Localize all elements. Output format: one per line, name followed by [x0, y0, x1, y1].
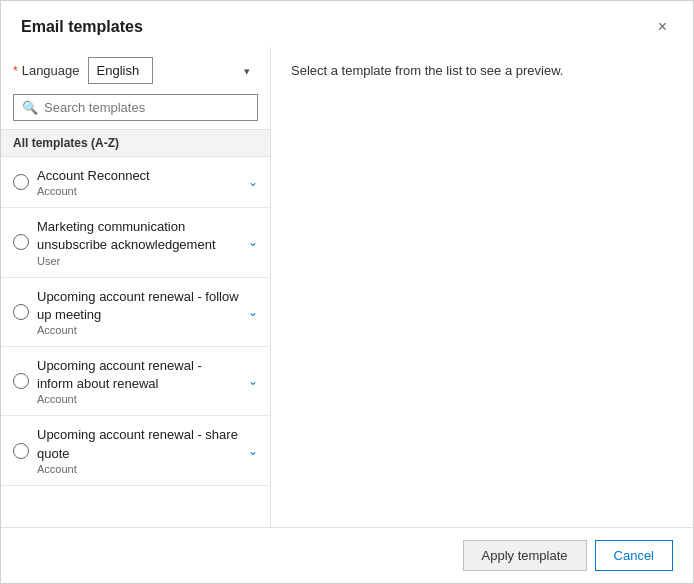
search-input[interactable] — [44, 100, 249, 115]
template-name-4: Upcoming account renewal - share quote — [37, 426, 240, 462]
chevron-icon-1[interactable]: ⌄ — [248, 235, 258, 249]
cancel-button[interactable]: Cancel — [595, 540, 673, 571]
required-star: * — [13, 64, 18, 78]
dialog-body: *Language English French German Spanish … — [1, 47, 693, 527]
template-radio-0[interactable] — [13, 174, 29, 190]
template-info-0: Account Reconnect Account — [37, 167, 240, 197]
list-item[interactable]: Marketing communication unsubscribe ackn… — [1, 208, 270, 277]
chevron-icon-3[interactable]: ⌄ — [248, 374, 258, 388]
language-row: *Language English French German Spanish — [1, 47, 270, 94]
list-item[interactable]: Account Reconnect Account ⌄ — [1, 157, 270, 208]
template-category-2: Account — [37, 324, 240, 336]
search-box: 🔍 — [13, 94, 258, 121]
dialog-header: Email templates × — [1, 1, 693, 47]
close-button[interactable]: × — [652, 17, 673, 37]
left-panel: *Language English French German Spanish … — [1, 47, 271, 527]
list-item[interactable]: Upcoming account renewal - follow up mee… — [1, 278, 270, 347]
apply-template-button[interactable]: Apply template — [463, 540, 587, 571]
language-label: *Language — [13, 63, 80, 78]
language-select-wrapper: English French German Spanish — [88, 57, 258, 84]
template-radio-2[interactable] — [13, 304, 29, 320]
template-info-1: Marketing communication unsubscribe ackn… — [37, 218, 240, 266]
template-radio-1[interactable] — [13, 234, 29, 250]
template-name-2: Upcoming account renewal - follow up mee… — [37, 288, 240, 324]
template-category-0: Account — [37, 185, 240, 197]
template-category-3: Account — [37, 393, 240, 405]
right-panel: Select a template from the list to see a… — [271, 47, 693, 527]
dialog-title: Email templates — [21, 18, 143, 36]
template-radio-4[interactable] — [13, 443, 29, 459]
language-select[interactable]: English French German Spanish — [88, 57, 153, 84]
template-info-4: Upcoming account renewal - share quote A… — [37, 426, 240, 474]
chevron-icon-0[interactable]: ⌄ — [248, 175, 258, 189]
templates-list: Account Reconnect Account ⌄ Marketing co… — [1, 157, 270, 527]
search-icon: 🔍 — [22, 100, 38, 115]
template-category-1: User — [37, 255, 240, 267]
chevron-icon-2[interactable]: ⌄ — [248, 305, 258, 319]
template-info-3: Upcoming account renewal - inform about … — [37, 357, 240, 405]
dialog-footer: Apply template Cancel — [1, 527, 693, 583]
chevron-icon-4[interactable]: ⌄ — [248, 444, 258, 458]
preview-hint: Select a template from the list to see a… — [291, 63, 563, 78]
template-radio-3[interactable] — [13, 373, 29, 389]
email-templates-dialog: Email templates × *Language English Fren… — [0, 0, 694, 584]
template-name-3: Upcoming account renewal - inform about … — [37, 357, 240, 393]
template-name-1: Marketing communication unsubscribe ackn… — [37, 218, 240, 254]
template-info-2: Upcoming account renewal - follow up mee… — [37, 288, 240, 336]
list-item[interactable]: Upcoming account renewal - inform about … — [1, 347, 270, 416]
template-category-4: Account — [37, 463, 240, 475]
template-name-0: Account Reconnect — [37, 167, 240, 185]
list-item[interactable]: Upcoming account renewal - share quote A… — [1, 416, 270, 485]
templates-list-header: All templates (A-Z) — [1, 129, 270, 157]
